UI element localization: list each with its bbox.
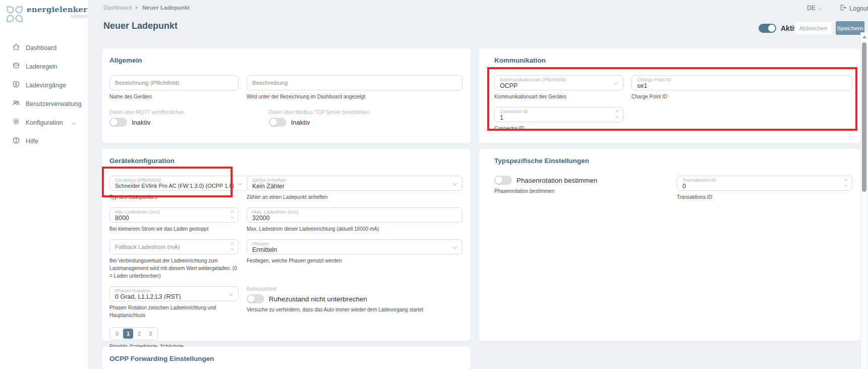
- toggle-title: Daten über MQTT veröffentlichen: [109, 110, 261, 115]
- sidebar-item-ladevorgaenge[interactable]: Ladevorgänge: [0, 76, 88, 94]
- sidebar-item-label: Dashboard: [26, 44, 56, 51]
- home-icon: [12, 43, 20, 52]
- field-helper: Zähler an einen Ladepunkt anheften: [247, 193, 462, 201]
- breadcrumb-dashboard[interactable]: Dashboard: [103, 5, 132, 11]
- sidebar-item-konfiguration[interactable]: Konfiguration: [0, 113, 88, 132]
- toggle-title: Ruhezustand: [247, 286, 462, 292]
- chevron-down-icon: [238, 181, 242, 185]
- logout-label: Logout: [849, 5, 868, 12]
- priority-option-3[interactable]: 3: [145, 329, 155, 339]
- toggle-title: Daten über Modbus TCP Server bereitstell…: [269, 110, 462, 115]
- sidebar-item-label: Ladevorgänge: [26, 82, 66, 89]
- toggle-knob: [768, 25, 775, 32]
- toggle-knob: [110, 119, 118, 126]
- transaktions-id-input[interactable]: Transaktions-ID 0: [677, 176, 852, 191]
- field-helper: Kommunikationsart des Gerätes: [494, 93, 623, 100]
- field-helper: Bei Verbindungsverlust der Ladeeinrichtu…: [109, 257, 239, 280]
- priority-option-2[interactable]: 2: [134, 329, 144, 339]
- gear-icon: [12, 118, 20, 127]
- bezeichnung-input[interactable]: Bezeichnung (Pflichtfeld): [109, 75, 239, 90]
- page-title: Neuer Ladepunkt: [103, 21, 178, 31]
- sidebar: energielenker solutions Dashboard Ladere…: [0, 0, 89, 369]
- field-helper: Max. Ladestrom dieser Ladeeinrichtung (a…: [247, 225, 462, 233]
- number-spinner[interactable]: [845, 179, 847, 186]
- sidebar-item-label: Benutzerverwaltung: [26, 100, 81, 108]
- sidebar-item-label: Laderegeln: [26, 63, 57, 70]
- number-spinner[interactable]: [616, 111, 618, 118]
- scrollbar-thumb[interactable]: [862, 42, 866, 192]
- number-spinner[interactable]: [231, 211, 234, 218]
- connector-id-input[interactable]: Connector ID 1: [494, 107, 623, 122]
- section-title: OCPP Forwarding Einstellungen: [109, 355, 462, 362]
- breadcrumb: Dashboard Neuer Ladepunkt: [103, 5, 190, 11]
- phasen-rotation-select[interactable]: Phasen Rotation 0 Grad, L1,L2,L3 (RST): [109, 286, 239, 301]
- fallback-ladestrom-input[interactable]: Fallback Ladestrom (mA): [109, 239, 239, 254]
- kommunikationsart-select[interactable]: Kommunikationsart (Pflichtfeld) OCPP: [494, 75, 623, 90]
- logout-button[interactable]: Logout: [839, 4, 868, 13]
- breadcrumb-current: Neuer Ladepunkt: [142, 5, 190, 11]
- geraetetyp-select[interactable]: Gerätetyp (Pflichtfeld) Schneider EVlink…: [109, 176, 248, 191]
- breadcrumb-separator-icon: [136, 6, 138, 10]
- chevron-down-icon: [72, 120, 76, 124]
- field-helper: Name des Gerätes: [109, 93, 239, 100]
- beschreibung-input[interactable]: Beschreibung: [247, 75, 462, 90]
- priority-selector: 0 1 2 3: [109, 327, 158, 340]
- number-spinner[interactable]: [231, 243, 234, 250]
- modbus-toggle[interactable]: [269, 118, 286, 127]
- chevron-down-icon: [229, 292, 233, 296]
- charge-rules-icon: [12, 62, 20, 71]
- toggle-knob: [270, 119, 277, 126]
- sidebar-nav: Dashboard Laderegeln Ladevorgänge Benutz…: [0, 22, 88, 150]
- toggle-state: Inaktiv: [291, 119, 310, 126]
- card-typspezifische-einstellungen: Typspezifische Einstellungen Phasenrotat…: [479, 149, 860, 341]
- ruhezustand-toggle[interactable]: [247, 294, 264, 303]
- toggle-state: Inaktiv: [132, 119, 151, 126]
- card-geraetekonfiguration: Gerätekonfiguration Gerätetyp (Pflichtfe…: [102, 149, 471, 341]
- brand-flower-icon: [7, 6, 23, 22]
- field-helper: Wird unter der Bezeichnung im Dashboard …: [247, 93, 462, 100]
- card-ocpp-forwarding: OCPP Forwarding Einstellungen: [102, 347, 471, 369]
- toggle-state: Ruhezustand nicht unterbrechen: [269, 295, 367, 303]
- field-helper: Festlegen, welche Phasen genutzt werden: [247, 257, 462, 265]
- zaehler-select[interactable]: Zähler Anheften Kein Zähler: [247, 176, 462, 191]
- field-helper: Bei kleinerem Strom wir das Laden gestop…: [109, 225, 239, 233]
- scroll-up-icon[interactable]: [862, 35, 866, 38]
- min-ladestrom-input[interactable]: Min. Ladestrom (mA) 8000: [109, 207, 239, 223]
- sidebar-item-dashboard[interactable]: Dashboard: [0, 38, 88, 57]
- mqtt-toggle[interactable]: [109, 118, 127, 127]
- chevron-down-icon: [818, 6, 822, 10]
- phasenrotation-toggle[interactable]: [494, 176, 512, 185]
- section-title: Kommunikation: [494, 57, 852, 64]
- card-allgemein: Allgemein Bezeichnung (Pflichtfeld) Name…: [102, 48, 471, 143]
- max-ladestrom-input[interactable]: Max. Ladestrom (mA) 32000: [247, 207, 462, 223]
- app-root: energielenker solutions Dashboard Ladere…: [0, 0, 868, 369]
- toggle-state: Phasenrotation bestimmen: [516, 177, 598, 184]
- section-title: Gerätekonfiguration: [109, 157, 462, 165]
- language-label: DE: [807, 5, 816, 12]
- field-helper: Typ des Ladepunktes: [109, 193, 239, 201]
- logout-icon: [839, 4, 846, 13]
- charging-sessions-icon: [12, 80, 20, 90]
- field-helper: Connector ID: [494, 125, 623, 132]
- priority-option-1[interactable]: 1: [123, 329, 133, 339]
- sidebar-item-benutzerverwaltung[interactable]: Benutzerverwaltung: [0, 94, 88, 113]
- sidebar-item-label: Hilfe: [26, 138, 38, 145]
- section-title: Allgemein: [109, 57, 462, 64]
- help-icon: [12, 136, 20, 146]
- section-title: Typspezifische Einstellungen: [494, 157, 852, 165]
- priority-option-0[interactable]: 0: [112, 329, 122, 339]
- card-kommunikation: Kommunikation Kommunikationsart (Pflicht…: [479, 48, 860, 143]
- charge-point-id-input[interactable]: Charge Point ID se1: [631, 75, 852, 90]
- field-helper: Transaktions-ID: [677, 193, 852, 201]
- language-selector[interactable]: DE: [807, 5, 822, 12]
- field-helper: Charge Point ID: [631, 93, 852, 100]
- field-helper: Versuche zu verhindern, dass das Auto im…: [247, 306, 462, 313]
- sidebar-item-laderegeln[interactable]: Laderegeln: [0, 57, 88, 76]
- active-toggle[interactable]: [759, 24, 776, 33]
- chevron-down-icon: [453, 181, 457, 185]
- toggle-knob: [495, 177, 502, 184]
- brand-logo: energielenker solutions: [0, 0, 88, 22]
- sidebar-item-hilfe[interactable]: Hilfe: [0, 132, 88, 150]
- phasen-select[interactable]: Phasen Ermitteln: [247, 239, 462, 254]
- cancel-button[interactable]: Abbrechen: [795, 21, 832, 35]
